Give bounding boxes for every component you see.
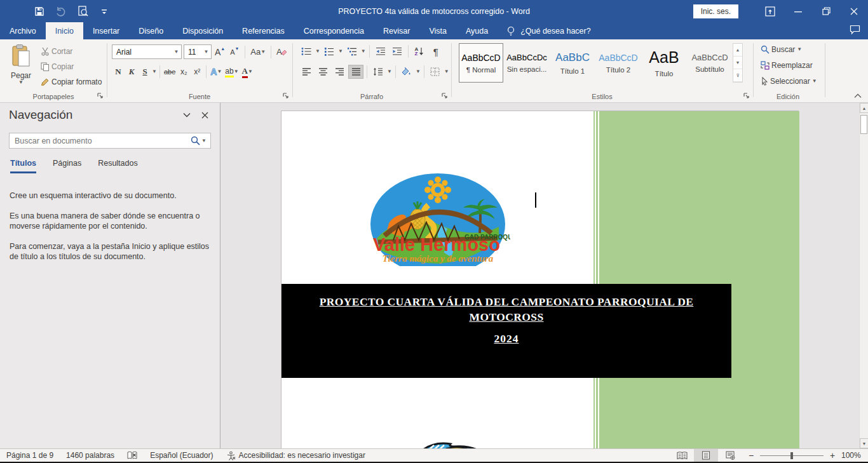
- underline-button[interactable]: S: [139, 65, 151, 79]
- sign-in-button[interactable]: Inic. ses.: [693, 4, 738, 18]
- multilevel-list-button[interactable]: [344, 44, 360, 58]
- font-family-combobox[interactable]: Arial ▼: [112, 44, 182, 59]
- style-heading2[interactable]: AaBbCcD Título 2: [596, 43, 641, 83]
- zoom-out-icon[interactable]: −: [747, 450, 755, 460]
- multilevel-caret-icon[interactable]: ▼: [361, 49, 366, 54]
- tab-archivo[interactable]: Archivo: [0, 22, 46, 39]
- undo-icon[interactable]: [55, 5, 67, 18]
- document-search-box[interactable]: ▼: [9, 133, 211, 149]
- find-button[interactable]: Buscar ▼: [758, 44, 820, 55]
- justify-button[interactable]: [348, 65, 363, 79]
- search-input[interactable]: [10, 137, 191, 145]
- numbering-caret-icon[interactable]: ▼: [338, 49, 343, 54]
- print-layout-view-icon[interactable]: [694, 449, 718, 462]
- align-center-button[interactable]: [315, 65, 330, 79]
- align-right-button[interactable]: [332, 65, 347, 79]
- nav-tab-paginas[interactable]: Páginas: [53, 159, 81, 173]
- style-normal[interactable]: AaBbCcD ¶ Normal: [459, 43, 503, 83]
- tab-revisar[interactable]: Revisar: [374, 22, 419, 39]
- clipboard-dialog-launcher-icon[interactable]: [97, 92, 104, 100]
- format-painter-button[interactable]: Copiar formato: [38, 76, 104, 88]
- proofing-status-icon[interactable]: [121, 449, 144, 462]
- styles-dialog-launcher-icon[interactable]: [743, 92, 750, 100]
- document-canvas[interactable]: GAD PARROQUIAL Valle Hermoso Tierra mági…: [221, 103, 859, 448]
- tab-correspondencia[interactable]: Correspondencia: [294, 22, 374, 39]
- document-page[interactable]: GAD PARROQUIAL Valle Hermoso Tierra mági…: [281, 111, 799, 448]
- tab-insertar[interactable]: Insertar: [83, 22, 129, 39]
- bullets-button[interactable]: [299, 44, 314, 58]
- font-size-combobox[interactable]: 11 ▼: [184, 44, 212, 59]
- page-indicator[interactable]: Página 1 de 9: [0, 449, 60, 462]
- search-icon[interactable]: [191, 136, 200, 145]
- navigation-options-chevron-icon[interactable]: [178, 108, 196, 122]
- font-family-caret-icon[interactable]: ▼: [171, 49, 181, 55]
- ribbon-display-options-icon[interactable]: [756, 0, 784, 22]
- align-left-button[interactable]: [299, 65, 314, 79]
- web-layout-view-icon[interactable]: [718, 449, 742, 462]
- collapse-ribbon-icon[interactable]: [854, 93, 862, 98]
- show-marks-button[interactable]: ¶: [428, 44, 444, 58]
- accessibility-status[interactable]: Accesibilidad: es necesario investigar: [220, 449, 372, 462]
- tab-referencias[interactable]: Referencias: [233, 22, 294, 39]
- font-size-caret-icon[interactable]: ▼: [201, 49, 211, 55]
- word-count[interactable]: 1460 palabras: [60, 449, 121, 462]
- select-button[interactable]: Seleccionar ▼: [758, 76, 820, 87]
- increase-indent-button[interactable]: [390, 44, 405, 58]
- line-spacing-button[interactable]: [370, 65, 386, 79]
- style-heading1[interactable]: AaBbC Título 1: [550, 43, 595, 83]
- qat-customize-icon[interactable]: [98, 5, 111, 18]
- close-button[interactable]: [840, 0, 868, 22]
- tab-vista[interactable]: Vista: [419, 22, 456, 39]
- borders-button[interactable]: [428, 65, 443, 79]
- styles-scroll-down-icon[interactable]: ▼: [733, 57, 742, 69]
- language-indicator[interactable]: Español (Ecuador): [144, 449, 219, 462]
- shrink-font-button[interactable]: A▼: [228, 45, 241, 59]
- scroll-up-icon[interactable]: ▲: [860, 103, 868, 113]
- zoom-in-icon[interactable]: +: [829, 450, 836, 460]
- paste-button[interactable]: Pegar ▼: [6, 44, 36, 86]
- tell-me-box[interactable]: ¿Qué desea hacer?: [506, 22, 591, 39]
- style-no-spacing[interactable]: AaBbCcDc Sin espaci...: [505, 43, 549, 83]
- superscript-button[interactable]: x²: [191, 65, 203, 79]
- sort-button[interactable]: A Z: [412, 44, 427, 58]
- scrollbar-thumb[interactable]: [860, 115, 867, 134]
- read-mode-view-icon[interactable]: [670, 449, 694, 462]
- font-color-button[interactable]: A▼: [241, 65, 254, 79]
- replace-button[interactable]: Reemplazar: [758, 60, 820, 71]
- clear-formatting-button[interactable]: A: [275, 45, 288, 59]
- valle-hermoso-logo-image[interactable]: GAD PARROQUIAL Valle Hermoso Tierra mági…: [368, 168, 510, 266]
- partial-image-bottom[interactable]: [414, 440, 491, 448]
- change-case-button[interactable]: Aa▼: [249, 45, 267, 59]
- nav-tab-resultados[interactable]: Resultados: [98, 159, 138, 173]
- bullets-caret-icon[interactable]: ▼: [315, 49, 320, 54]
- cut-button[interactable]: Cortar: [38, 46, 104, 57]
- shading-caret-icon[interactable]: ▼: [416, 69, 421, 74]
- strikethrough-button[interactable]: abe: [163, 65, 177, 79]
- line-spacing-caret-icon[interactable]: ▼: [387, 69, 392, 74]
- scroll-down-icon[interactable]: ▼: [860, 438, 868, 448]
- feedback-comment-icon[interactable]: [850, 25, 860, 35]
- save-icon[interactable]: [33, 5, 46, 18]
- minimize-button[interactable]: [784, 0, 812, 22]
- styles-gallery-more-icon[interactable]: ⊽: [733, 69, 742, 82]
- highlight-button[interactable]: ab▼: [224, 65, 240, 79]
- tab-diseno[interactable]: Diseño: [129, 22, 173, 39]
- paragraph-dialog-launcher-icon[interactable]: [441, 92, 449, 100]
- tab-disposicion[interactable]: Disposición: [173, 22, 233, 39]
- text-effects-button[interactable]: A▼: [209, 65, 223, 79]
- tab-inicio[interactable]: Inicio: [46, 22, 83, 39]
- zoom-slider-thumb[interactable]: [790, 452, 793, 459]
- restore-button[interactable]: [812, 0, 840, 22]
- document-title-block[interactable]: PROYECTO CUARTA VÁLIDA DEL CAMPEONATO PA…: [281, 284, 731, 378]
- style-title[interactable]: AaB Título: [642, 43, 686, 83]
- numbering-button[interactable]: [322, 44, 337, 58]
- search-options-caret-icon[interactable]: ▼: [201, 138, 207, 144]
- zoom-slider[interactable]: [760, 455, 824, 456]
- vertical-scrollbar[interactable]: ▲ ▼: [859, 103, 868, 448]
- subscript-button[interactable]: x₂: [177, 65, 190, 79]
- bold-button[interactable]: N: [112, 65, 125, 79]
- style-subtitle[interactable]: AaBbCcD Subtítulo: [688, 43, 732, 83]
- grow-font-button[interactable]: A▲: [214, 45, 226, 59]
- styles-scroll-up-icon[interactable]: ▲: [733, 44, 742, 57]
- navigation-close-icon[interactable]: [196, 108, 214, 122]
